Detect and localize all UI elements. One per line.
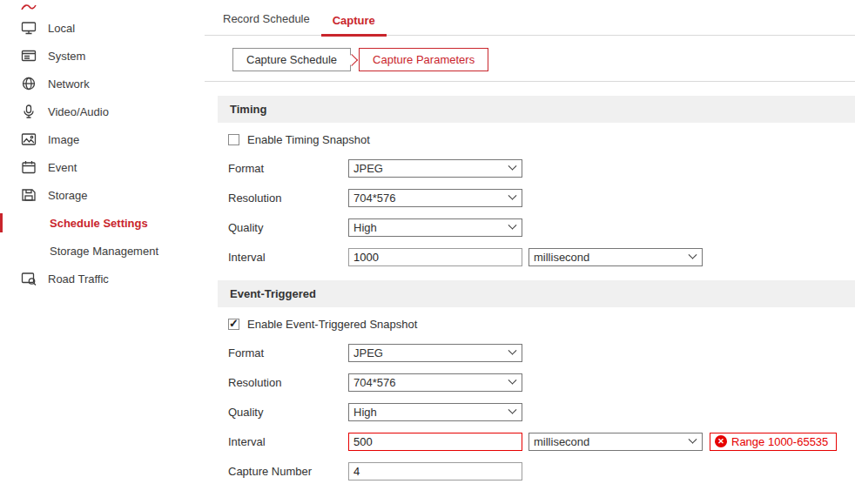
capture-number-label: Capture Number <box>228 465 348 478</box>
sidebar-item-network[interactable]: Network <box>0 70 187 97</box>
capture-number-row: Capture Number <box>228 461 855 480</box>
interval-error-badge: Range 1000-65535 <box>710 433 837 451</box>
event-format-select[interactable]: JPEG <box>348 344 522 362</box>
enable-event-triggered-snapshot-label: Enable Event-Triggered Snapshot <box>247 318 417 331</box>
select-value: JPEG <box>353 162 383 175</box>
sidebar-item-storage-management[interactable]: Storage Management <box>0 237 187 265</box>
main-content: Record Schedule Capture Capture Schedule… <box>187 0 855 504</box>
select-value: millisecond <box>534 251 589 264</box>
interval-error-text: Range 1000-65535 <box>731 435 828 448</box>
sidebar-item-label: Video/Audio <box>48 105 109 118</box>
timing-resolution-row: Resolution 704*576 <box>228 188 855 207</box>
error-circle-icon <box>715 435 727 447</box>
tab-label: Capture <box>333 14 375 27</box>
event-resolution-row: Resolution 704*576 <box>228 373 855 392</box>
timing-resolution-select[interactable]: 704*576 <box>348 189 522 207</box>
enable-event-triggered-snapshot-row: Enable Event-Triggered Snapshot <box>228 318 855 331</box>
tab-label: Record Schedule <box>223 12 310 25</box>
sidebar-item-system[interactable]: System <box>0 42 187 70</box>
timing-quality-select[interactable]: High <box>348 218 522 237</box>
video-audio-icon <box>20 104 37 119</box>
select-value: High <box>353 406 377 419</box>
section-header-event-triggered: Event-Triggered <box>218 280 855 307</box>
sidebar-item-video-audio[interactable]: Video/Audio <box>0 97 187 125</box>
chevron-down-icon <box>508 191 517 199</box>
event-quality-select[interactable]: High <box>348 403 522 421</box>
chevron-down-icon <box>508 405 517 413</box>
subtab-label: Capture Parameters <box>373 53 475 66</box>
event-resolution-select[interactable]: 704*576 <box>348 373 522 392</box>
subtab-label: Capture Schedule <box>246 53 337 66</box>
enable-timing-snapshot-checkbox[interactable] <box>228 134 239 145</box>
road-traffic-icon <box>20 272 37 286</box>
subtab-capture-schedule[interactable]: Capture Schedule <box>232 48 351 71</box>
format-label: Format <box>228 162 348 175</box>
timing-format-row: Format JPEG <box>228 158 855 178</box>
capture-number-input[interactable] <box>348 462 522 480</box>
chevron-down-icon <box>508 161 517 170</box>
select-value: High <box>353 221 377 234</box>
timing-interval-unit-select[interactable]: millisecond <box>528 248 703 266</box>
sub-tab-bar: Capture Schedule Capture Parameters <box>205 36 855 82</box>
select-value: 704*576 <box>353 192 395 205</box>
app-window: Local System Network Video/Audio Image <box>0 0 855 504</box>
timing-interval-row: Interval millisecond <box>228 247 855 266</box>
resolution-label: Resolution <box>228 192 348 205</box>
timing-interval-input[interactable] <box>348 248 522 266</box>
section-header-timing: Timing <box>218 96 855 123</box>
image-icon <box>20 132 37 147</box>
tab-capture[interactable]: Capture <box>321 9 387 37</box>
sidebar: Local System Network Video/Audio Image <box>0 0 187 504</box>
event-icon <box>20 160 37 175</box>
event-interval-row: Interval millisecond Range 1000-65535 <box>228 432 855 451</box>
quality-label: Quality <box>228 221 348 234</box>
chevron-down-icon <box>689 434 697 443</box>
subtab-capture-parameters[interactable]: Capture Parameters <box>359 48 488 71</box>
chevron-down-icon <box>508 346 517 354</box>
event-quality-row: Quality High <box>228 402 855 421</box>
sidebar-item-label: Road Traffic <box>48 272 109 286</box>
interval-label: Interval <box>228 251 348 264</box>
enable-event-triggered-snapshot-checkbox[interactable] <box>228 319 239 330</box>
timing-quality-row: Quality High <box>228 218 855 237</box>
sidebar-item-label: Storage Management <box>50 245 158 258</box>
sidebar-item-image[interactable]: Image <box>0 125 187 153</box>
monitor-icon <box>20 21 37 36</box>
chevron-down-icon <box>508 220 517 229</box>
system-icon <box>20 49 37 64</box>
interval-label: Interval <box>228 435 348 448</box>
format-label: Format <box>228 346 348 360</box>
event-interval-unit-select[interactable]: millisecond <box>528 433 703 451</box>
event-format-row: Format JPEG <box>228 343 855 362</box>
sidebar-item-label: System <box>48 50 85 63</box>
sidebar-item-road-traffic[interactable]: Road Traffic <box>0 265 187 292</box>
chevron-down-icon <box>508 375 517 384</box>
timing-format-select[interactable]: JPEG <box>348 159 522 178</box>
network-icon <box>20 77 37 91</box>
enable-timing-snapshot-row: Enable Timing Snapshot <box>228 133 855 146</box>
sidebar-item-local[interactable]: Local <box>0 14 187 42</box>
sidebar-item-label: Event <box>48 161 77 174</box>
logo-fragment <box>21 0 37 13</box>
chevron-down-icon <box>689 250 697 259</box>
resolution-label: Resolution <box>228 376 348 389</box>
sidebar-item-label: Storage <box>48 189 88 202</box>
sidebar-item-label: Image <box>48 133 79 146</box>
tab-record-schedule[interactable]: Record Schedule <box>212 7 321 35</box>
event-interval-input[interactable] <box>348 433 522 451</box>
sidebar-item-event[interactable]: Event <box>0 153 187 181</box>
select-value: millisecond <box>534 435 589 448</box>
storage-icon <box>20 188 37 203</box>
select-value: JPEG <box>353 346 383 360</box>
sidebar-item-label: Schedule Settings <box>50 217 148 230</box>
top-tab-bar: Record Schedule Capture <box>205 7 855 36</box>
sidebar-item-storage[interactable]: Storage <box>0 181 187 209</box>
sidebar-item-label: Local <box>48 22 75 35</box>
select-value: 704*576 <box>353 376 395 389</box>
sidebar-item-label: Network <box>48 77 90 91</box>
enable-timing-snapshot-label: Enable Timing Snapshot <box>247 133 370 146</box>
sidebar-item-schedule-settings[interactable]: Schedule Settings <box>0 209 187 237</box>
quality-label: Quality <box>228 406 348 419</box>
